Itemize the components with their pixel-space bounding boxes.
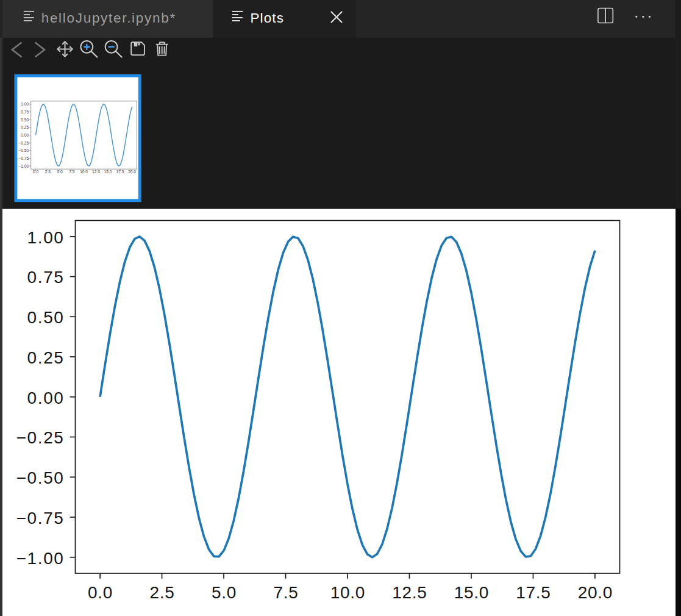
svg-text:2.5: 2.5 [45, 170, 51, 174]
svg-text:1.00: 1.00 [21, 102, 29, 106]
svg-text:Plots: Plots [251, 10, 285, 26]
svg-text:−0.50: −0.50 [16, 468, 65, 487]
svg-text:0.00: 0.00 [21, 133, 29, 137]
svg-text:5.0: 5.0 [57, 170, 63, 174]
svg-text:20.0: 20.0 [578, 583, 613, 602]
svg-text:0.00: 0.00 [27, 389, 65, 407]
svg-text:5.0: 5.0 [212, 583, 237, 602]
svg-text:helloJupyter.ipynb*: helloJupyter.ipynb* [41, 10, 176, 26]
svg-text:12.5: 12.5 [392, 583, 427, 602]
svg-text:2.5: 2.5 [149, 583, 174, 602]
svg-text:17.5: 17.5 [116, 170, 124, 174]
svg-text:−0.50: −0.50 [18, 148, 29, 152]
svg-text:−1.00: −1.00 [18, 164, 29, 168]
svg-text:−0.75: −0.75 [18, 156, 29, 160]
svg-text:7.5: 7.5 [69, 170, 74, 174]
svg-text:7.5: 7.5 [273, 583, 298, 602]
svg-text:−0.75: −0.75 [16, 509, 65, 528]
svg-text:−0.25: −0.25 [18, 141, 29, 145]
svg-text:0.50: 0.50 [27, 308, 65, 327]
svg-text:15.0: 15.0 [104, 170, 112, 174]
svg-text:15.0: 15.0 [454, 583, 489, 602]
svg-text:17.5: 17.5 [516, 583, 551, 602]
svg-text:0.75: 0.75 [27, 268, 65, 287]
svg-text:10.0: 10.0 [80, 170, 88, 174]
svg-text:1.00: 1.00 [27, 228, 65, 247]
svg-text:−0.25: −0.25 [16, 428, 65, 447]
svg-text:0.50: 0.50 [21, 118, 29, 122]
svg-text:20.0: 20.0 [128, 170, 136, 174]
svg-text:0.25: 0.25 [27, 348, 65, 367]
svg-text:−1.00: −1.00 [16, 549, 65, 568]
svg-text:10.0: 10.0 [330, 583, 365, 602]
svg-text:12.5: 12.5 [92, 170, 100, 174]
svg-text:0.75: 0.75 [21, 110, 29, 114]
svg-text:0.25: 0.25 [21, 125, 29, 129]
svg-text:0.0: 0.0 [33, 170, 38, 174]
svg-text:0.0: 0.0 [88, 583, 113, 602]
